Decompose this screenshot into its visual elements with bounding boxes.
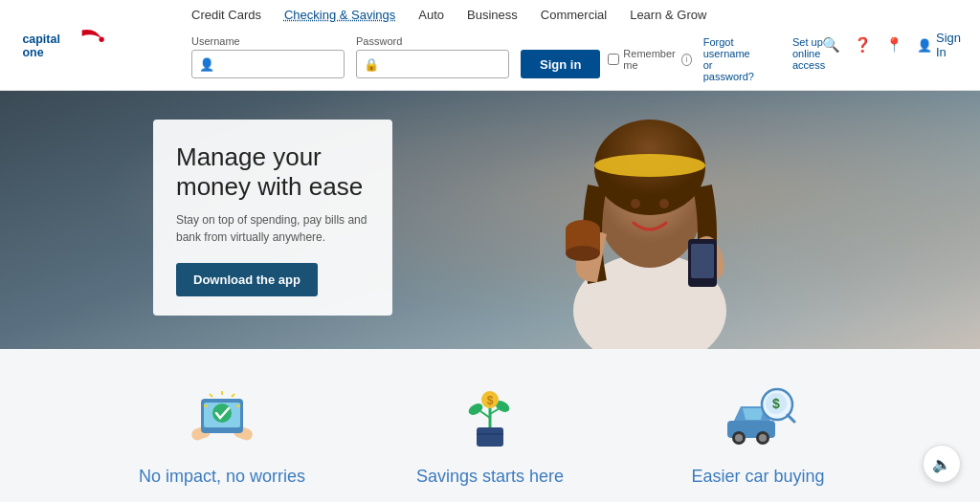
svg-rect-10	[691, 244, 714, 278]
user-icon: 👤	[199, 57, 214, 72]
nav-credit-cards[interactable]: Credit Cards	[191, 8, 261, 22]
hero-person-image	[501, 91, 789, 349]
svg-point-13	[566, 246, 600, 261]
lock-icon: 🔒	[364, 57, 379, 72]
hero-subtitle: Stay on top of spending, pay bills and b…	[176, 211, 369, 246]
search-icon[interactable]: 🔍	[822, 36, 840, 54]
sound-button[interactable]: 🔈	[923, 445, 961, 483]
hero-content-box: Manage your money with ease Stay on top …	[153, 120, 392, 316]
nav-login-area: Credit Cards Checking & Savings Auto Bus…	[172, 8, 825, 82]
feature-car-buying: $ Easier car buying	[662, 378, 854, 488]
password-field-group: Password 🔒	[356, 35, 509, 78]
feature-no-impact: No impact, no worries	[126, 378, 318, 488]
svg-point-2	[99, 37, 103, 42]
username-field-group: Username 👤	[191, 35, 345, 78]
svg-text:$: $	[772, 396, 780, 411]
login-area: Username 👤 Password 🔒 Sign in	[191, 32, 825, 82]
svg-rect-24	[477, 427, 503, 447]
capital-one-logo[interactable]: capital one	[19, 26, 124, 64]
svg-point-7	[631, 199, 640, 208]
car-buying-label: Easier car buying	[691, 466, 824, 488]
savings-icon: $	[452, 378, 528, 454]
username-input[interactable]	[191, 50, 345, 78]
svg-text:one: one	[22, 46, 43, 59]
below-form: Remember me i Forgot username or passwor…	[608, 36, 825, 82]
header-signin[interactable]: 👤 Sign In	[917, 31, 961, 59]
svg-point-29	[467, 402, 485, 418]
no-impact-icon	[184, 378, 260, 454]
nav-business[interactable]: Business	[467, 8, 518, 22]
download-app-button[interactable]: Download the app	[176, 263, 318, 296]
username-input-wrapper: 👤	[191, 50, 345, 78]
nav-learn-grow[interactable]: Learn & Grow	[630, 8, 706, 22]
site-header: capital one Credit Cards Checking & Savi…	[0, 0, 980, 91]
hero-background	[0, 91, 980, 349]
forgot-link[interactable]: Forgot username or password?	[703, 36, 754, 82]
svg-point-37	[759, 434, 767, 442]
header-icons: 🔍 ❓ 📍 👤 Sign In	[825, 31, 961, 59]
setup-link[interactable]: Set up online access	[792, 36, 825, 82]
top-navigation: Credit Cards Checking & Savings Auto Bus…	[191, 8, 706, 32]
svg-point-6	[594, 154, 705, 177]
svg-line-22	[236, 405, 240, 406]
login-form-row: Username 👤 Password 🔒 Sign in	[191, 35, 600, 78]
svg-text:capital: capital	[22, 33, 59, 46]
svg-point-35	[735, 434, 743, 442]
savings-label: Savings starts here	[416, 466, 564, 488]
password-label: Password	[356, 35, 509, 47]
svg-line-20	[232, 394, 234, 397]
svg-line-23	[204, 405, 208, 406]
feature-savings: $ Savings starts here	[394, 378, 586, 488]
password-input-wrapper: 🔒	[356, 50, 509, 78]
hero-title: Manage your money with ease	[176, 142, 369, 202]
svg-point-8	[659, 199, 669, 208]
nav-checking-savings[interactable]: Checking & Savings	[284, 8, 395, 22]
location-icon[interactable]: 📍	[885, 36, 903, 54]
car-buying-icon: $	[720, 378, 796, 454]
logo-area: capital one	[19, 26, 172, 64]
speaker-icon: 🔈	[932, 455, 951, 473]
user-profile-icon: 👤	[917, 38, 932, 53]
remember-me-checkbox[interactable]	[608, 54, 619, 65]
password-input[interactable]	[356, 50, 509, 78]
nav-auto[interactable]: Auto	[418, 8, 444, 22]
remember-me-label: Remember me i	[608, 48, 691, 71]
svg-line-21	[210, 394, 212, 397]
features-section: No impact, no worries $ Savings start	[0, 349, 980, 502]
help-icon[interactable]: ❓	[854, 36, 872, 54]
svg-line-41	[788, 415, 794, 422]
hero-section: Manage your money with ease Stay on top …	[0, 91, 980, 349]
signin-button[interactable]: Sign in	[521, 50, 600, 78]
no-impact-label: No impact, no worries	[139, 466, 305, 488]
username-label: Username	[191, 35, 345, 47]
svg-text:$: $	[487, 394, 494, 407]
nav-commercial[interactable]: Commercial	[541, 8, 607, 22]
info-icon[interactable]: i	[681, 54, 692, 66]
